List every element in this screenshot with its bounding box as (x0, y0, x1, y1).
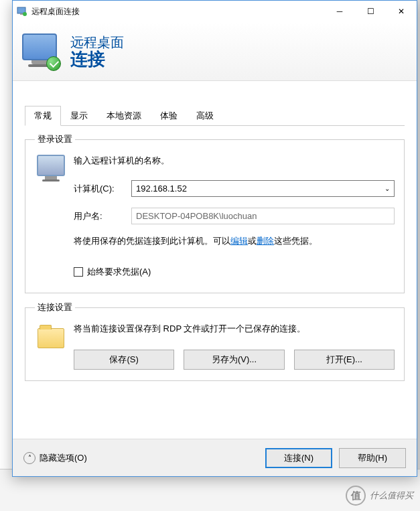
computer-input[interactable] (132, 181, 380, 196)
rdp-dialog: 远程桌面连接 ─ ☐ ✕ 远程桌面 连接 常规 显示 本地资源 体验 高级 登录… (12, 0, 417, 477)
dialog-footer: ˄ 隐藏选项(O) 连接(N) 帮助(H) (13, 439, 417, 476)
watermark: 值 什么值得买 (346, 486, 413, 506)
save-as-button[interactable]: 另存为(V)... (184, 350, 284, 370)
folder-icon (35, 320, 67, 370)
login-settings-group: 登录设置 输入远程计算机的名称。 计算机(C): ⌄ 用户名: (25, 133, 405, 293)
open-button[interactable]: 打开(E)... (294, 350, 395, 370)
dialog-header: 远程桌面 连接 (13, 22, 417, 81)
svg-rect-1 (20, 13, 23, 15)
connect-button[interactable]: 连接(N) (265, 448, 332, 468)
svg-point-2 (23, 12, 27, 16)
username-field: DESKTOP-04POB8K\luochuan (131, 208, 395, 224)
computer-combobox[interactable]: ⌄ (131, 180, 395, 197)
tab-strip: 常规 显示 本地资源 体验 高级 (25, 105, 405, 126)
login-legend: 登录设置 (35, 133, 75, 145)
help-button[interactable]: 帮助(H) (339, 448, 406, 468)
connection-settings-group: 连接设置 将当前连接设置保存到 RDP 文件或打开一个已保存的连接。 保存(S)… (25, 301, 405, 381)
chevron-down-icon[interactable]: ⌄ (380, 181, 394, 196)
maximize-button[interactable]: ☐ (355, 1, 386, 21)
save-button[interactable]: 保存(S) (74, 350, 174, 370)
always-prompt-checkbox[interactable]: 始终要求凭据(A) (74, 266, 395, 278)
computer-label: 计算机(C): (74, 183, 131, 195)
delete-credentials-link[interactable]: 删除 (257, 236, 274, 246)
chevron-up-icon: ˄ (23, 452, 36, 464)
credentials-note: 将使用保存的凭据连接到此计算机。可以编辑或删除这些凭据。 (74, 235, 395, 247)
app-icon (17, 6, 27, 17)
checkbox-box[interactable] (74, 267, 83, 277)
hide-options-toggle[interactable]: ˄ 隐藏选项(O) (23, 452, 87, 464)
close-button[interactable]: ✕ (386, 1, 417, 21)
tab-display[interactable]: 显示 (61, 106, 97, 126)
window-title: 远程桌面连接 (31, 6, 80, 17)
watermark-badge: 值 (346, 486, 366, 506)
titlebar[interactable]: 远程桌面连接 ─ ☐ ✕ (13, 1, 417, 22)
username-label: 用户名: (74, 210, 131, 222)
watermark-text: 什么值得买 (370, 490, 413, 502)
edit-credentials-link[interactable]: 编辑 (230, 236, 248, 246)
tab-local-resources[interactable]: 本地资源 (97, 106, 151, 126)
tab-general[interactable]: 常规 (25, 106, 61, 126)
tab-experience[interactable]: 体验 (151, 106, 187, 126)
header-line1: 远程桌面 (70, 35, 124, 50)
checkbox-label: 始终要求凭据(A) (87, 266, 151, 278)
monitor-icon (35, 152, 67, 282)
conn-description: 将当前连接设置保存到 RDP 文件或打开一个已保存的连接。 (74, 323, 395, 335)
login-instruction: 输入远程计算机的名称。 (74, 155, 395, 167)
conn-legend: 连接设置 (35, 301, 75, 313)
header-line2: 连接 (70, 50, 124, 69)
minimize-button[interactable]: ─ (324, 1, 355, 21)
rdp-icon (19, 31, 61, 72)
tab-advanced[interactable]: 高级 (187, 106, 223, 126)
